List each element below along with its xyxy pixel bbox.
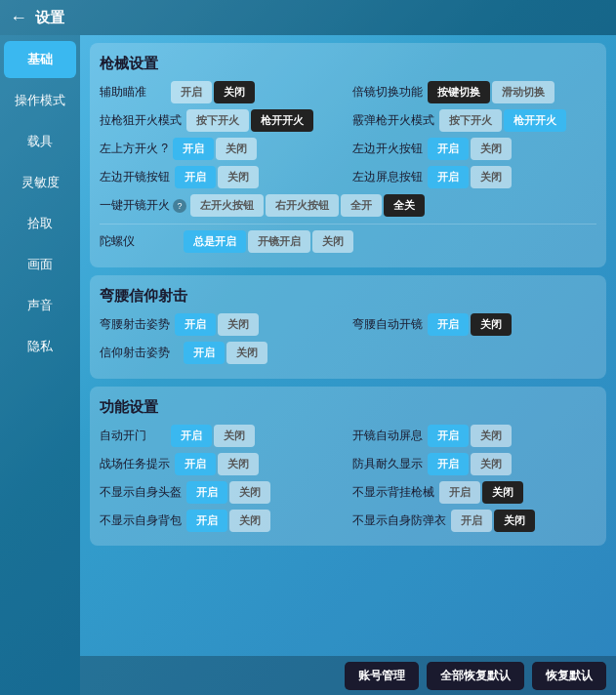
func-row1: 自动开门 开启 关闭 开镜自动屏息 开启 关闭	[100, 425, 596, 447]
sidebar-item-jichtu[interactable]: 基础	[4, 41, 76, 78]
gyro-off-btn[interactable]: 关闭	[312, 230, 353, 253]
col-leftscope: 左边开镜按钮 开启 关闭	[100, 166, 345, 188]
armor-on[interactable]: 开启	[428, 453, 469, 475]
content-area: 枪械设置 辅助瞄准 开启 关闭 倍镜切换功能 按键切换 滑动切换	[80, 35, 616, 695]
crouch-autoscope-on[interactable]: 开启	[428, 313, 469, 336]
col-fuzhu: 辅助瞄准 开启 关闭	[100, 81, 345, 103]
func-row2: 战场任务提示 开启 关闭 防具耐久显示 开启 关闭	[100, 453, 596, 475]
sidebar-item-shiqv[interactable]: 拾取	[4, 205, 76, 242]
onekey-btns: 左开火按钮 右开火按钮 全开 全关	[190, 194, 425, 217]
crouch-posture-off[interactable]: 关闭	[218, 313, 259, 336]
sidebar-item-yinsi[interactable]: 隐私	[4, 328, 76, 365]
leftbreath-off-btn[interactable]: 关闭	[471, 166, 512, 188]
nobag-off[interactable]: 关闭	[229, 510, 270, 532]
onekey-right-btn[interactable]: 右开火按钮	[266, 194, 339, 217]
col-battletask: 战场任务提示 开启 关闭	[100, 453, 345, 475]
leftfire-off-btn[interactable]: 关闭	[471, 138, 512, 160]
crouch-posture-btns: 开启 关闭	[175, 313, 259, 336]
bottom-bar: 账号管理 全部恢复默认 恢复默认	[80, 656, 616, 695]
jingqiehuan-slide-btn[interactable]: 滑动切换	[492, 81, 554, 103]
sidebar-item-huamian[interactable]: 画面	[4, 246, 76, 283]
novest-label: 不显示自身防弹衣	[352, 512, 446, 529]
col-autodoor: 自动开门 开启 关闭	[100, 425, 345, 447]
account-manage-btn[interactable]: 账号管理	[345, 662, 419, 690]
upperleft-on-btn[interactable]: 开启	[173, 138, 214, 160]
armor-off[interactable]: 关闭	[471, 453, 512, 475]
crouch-section: 弯腰信仰射击 弯腰射击姿势 开启 关闭 弯腰自动开镜 开启 关闭	[90, 275, 606, 379]
autodoor-off[interactable]: 关闭	[214, 425, 255, 447]
nohelmet-on[interactable]: 开启	[186, 481, 227, 504]
nobackgun-on[interactable]: 开启	[439, 481, 480, 504]
scopebreath-on[interactable]: 开启	[428, 425, 469, 447]
row-fuzhu: 辅助瞄准 开启 关闭 倍镜切换功能 按键切换 滑动切换	[100, 81, 596, 103]
col-leftfire: 左边开火按钮 开启 关闭	[352, 138, 597, 160]
onekey-allclose-btn[interactable]: 全关	[384, 194, 425, 217]
sidebar-item-lingmingdu[interactable]: 灵敏度	[4, 164, 76, 201]
nobag-btns: 开启 关闭	[186, 510, 270, 532]
xiandan-press-btn[interactable]: 按下开火	[439, 109, 502, 132]
sidebar-item-shengyin[interactable]: 声音	[4, 287, 76, 324]
jingqiehuan-key-btn[interactable]: 按键切换	[428, 81, 490, 103]
onekey-help-icon[interactable]: ?	[173, 199, 186, 213]
leftscope-on-btn[interactable]: 开启	[175, 166, 216, 188]
col-novest: 不显示自身防弹衣 开启 关闭	[352, 510, 597, 532]
reset-btn[interactable]: 恢复默认	[532, 662, 606, 690]
battletask-off[interactable]: 关闭	[218, 453, 259, 475]
reset-all-btn[interactable]: 全部恢复默认	[427, 662, 524, 690]
sidebar: 基础 操作模式 载具 灵敏度 拾取 画面 声音 隐私	[0, 35, 80, 695]
upperleft-off-btn[interactable]: 关闭	[216, 138, 257, 160]
gyro-scope-btn[interactable]: 开镜开启	[248, 230, 310, 253]
faith-on[interactable]: 开启	[184, 342, 225, 364]
page-title: 设置	[35, 9, 64, 27]
fuzhu-on-btn[interactable]: 开启	[171, 81, 212, 103]
func-row3: 不显示自身头盔 开启 关闭 不显示背挂枪械 开启 关闭	[100, 481, 596, 504]
leftbreath-on-btn[interactable]: 开启	[428, 166, 469, 188]
autodoor-btns: 开启 关闭	[171, 425, 255, 447]
fuzhu-off-btn[interactable]: 关闭	[214, 81, 255, 103]
jingqiehuan-btns: 按键切换 滑动切换	[428, 81, 554, 103]
onekey-all-btn[interactable]: 全开	[341, 194, 382, 217]
nobackgun-off[interactable]: 关闭	[482, 481, 523, 504]
scopebreath-off[interactable]: 关闭	[471, 425, 512, 447]
row-laqianju: 拉枪狙开火模式 按下开火 枪开开火 霰弹枪开火模式 按下开火 枪开开火	[100, 109, 596, 132]
gyro-always-btn[interactable]: 总是开启	[184, 230, 246, 253]
autodoor-label: 自动开门	[100, 428, 166, 444]
col-nobackgun: 不显示背挂枪械 开启 关闭	[352, 481, 597, 504]
crouch-posture-on[interactable]: 开启	[175, 313, 216, 336]
leftfire-label: 左边开火按钮	[352, 141, 423, 157]
col-jingqiehuan: 倍镜切换功能 按键切换 滑动切换	[352, 81, 597, 103]
leftfire-btns: 开启 关闭	[428, 138, 512, 160]
novest-off[interactable]: 关闭	[494, 510, 535, 532]
col-nobag: 不显示自身背包 开启 关闭	[100, 510, 345, 532]
novest-on[interactable]: 开启	[451, 510, 492, 532]
onekey-left-btn[interactable]: 左开火按钮	[190, 194, 264, 217]
jingqiehuan-label: 倍镜切换功能	[352, 84, 423, 101]
upperleft-help-icon[interactable]: ?	[161, 142, 168, 155]
leftfire-on-btn[interactable]: 开启	[428, 138, 469, 160]
back-button[interactable]: ←	[10, 8, 27, 28]
sidebar-item-zaiju[interactable]: 载具	[4, 123, 76, 160]
nobag-on[interactable]: 开启	[186, 510, 227, 532]
nohelmet-off[interactable]: 关闭	[229, 481, 270, 504]
leftscope-btns: 开启 关闭	[175, 166, 259, 188]
autodoor-on[interactable]: 开启	[171, 425, 212, 447]
func-row4: 不显示自身背包 开启 关闭 不显示自身防弹衣 开启 关闭	[100, 510, 596, 532]
scopebreath-btns: 开启 关闭	[428, 425, 512, 447]
gyro-label: 陀螺仪	[100, 233, 178, 250]
fuzhu-btns: 开启 关闭	[171, 81, 255, 103]
divider1	[100, 224, 596, 225]
faith-off[interactable]: 关闭	[226, 342, 267, 364]
xiandan-open-btn[interactable]: 枪开开火	[504, 109, 566, 132]
battletask-btns: 开启 关闭	[175, 453, 259, 475]
xiandan-label: 霰弹枪开火模式	[352, 112, 434, 129]
crouch-autoscope-off[interactable]: 关闭	[471, 313, 512, 336]
leftscope-off-btn[interactable]: 关闭	[218, 166, 259, 188]
laqianju-press-btn[interactable]: 按下开火	[186, 109, 249, 132]
row-upperleft: 左上方开火 ? 开启 关闭 左边开火按钮 开启 关闭	[100, 138, 596, 160]
sidebar-item-caozuomoshi[interactable]: 操作模式	[4, 82, 76, 119]
laqianju-open-btn[interactable]: 枪开开火	[251, 109, 313, 132]
leftbreath-btns: 开启 关闭	[428, 166, 512, 188]
upperleft-btns: 开启 关闭	[173, 138, 257, 160]
battletask-on[interactable]: 开启	[175, 453, 216, 475]
main-layout: 基础 操作模式 载具 灵敏度 拾取 画面 声音 隐私 枪械设置 辅助瞄准 开启 …	[0, 35, 616, 695]
